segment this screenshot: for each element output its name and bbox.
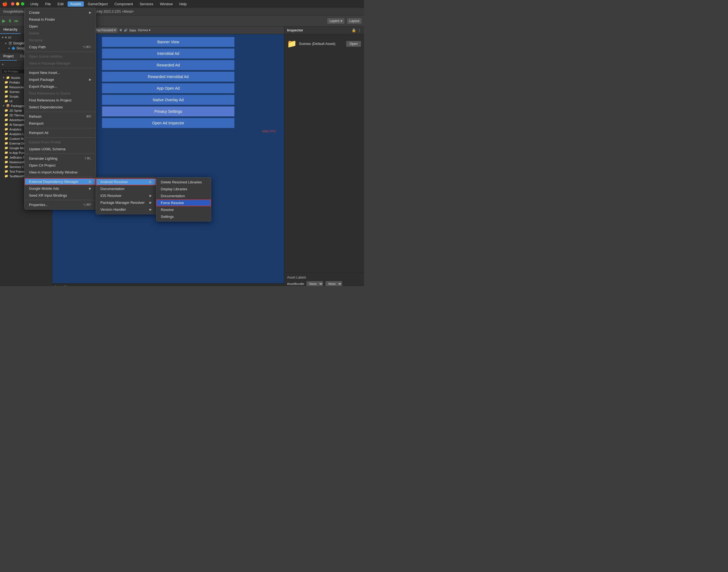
asset-bundle-dropdown[interactable]: None <box>306 281 323 286</box>
menu-window[interactable]: Window <box>157 1 175 7</box>
pause-button[interactable]: ⏸ <box>8 18 12 23</box>
bottom-bar: Assets/Scenes <box>52 283 284 286</box>
menu-item-reimport-all[interactable]: Reimport All <box>24 129 96 136</box>
tab-hierarchy[interactable]: Hierarchy <box>0 26 21 34</box>
menu-item-google-mobile-ads[interactable]: Google Mobile Ads ▶ <box>24 185 96 192</box>
stats-button[interactable]: Stats <box>129 29 136 32</box>
scene-icon: 🎬 <box>8 42 12 45</box>
submenu-version-handler[interactable]: Version Handler ▶ <box>96 206 156 213</box>
sep5 <box>24 137 96 138</box>
maximize-button[interactable] <box>21 2 24 5</box>
menu-item-export-package[interactable]: Export Package... <box>24 83 96 90</box>
inspector-header: Inspector 🔒 ⋮ <box>284 26 364 34</box>
menu-assets[interactable]: Assets <box>68 1 84 7</box>
menu-item-refresh[interactable]: Refresh ⌘R <box>24 113 96 120</box>
open-ad-inspector-button[interactable]: Open Ad Inspector <box>102 118 234 128</box>
add-asset-icon[interactable]: + <box>2 62 4 66</box>
menu-item-view-import[interactable]: View in Import Activity Window <box>24 169 96 176</box>
close-button[interactable] <box>11 2 14 5</box>
submenu2-settings[interactable]: Settings <box>156 213 211 220</box>
layout-button[interactable]: Layout <box>347 18 362 24</box>
menu-item-open-csharp[interactable]: Open C# Project <box>24 162 96 169</box>
step-button[interactable]: ⏭ <box>14 18 19 23</box>
submenu-android-resolver[interactable]: Android Resolver ▶ Delete Resolved Libra… <box>96 178 156 185</box>
menu-item-update-uxml[interactable]: Update UXML Schema <box>24 146 96 152</box>
rewarded-ad-button[interactable]: Rewarded Ad <box>102 60 234 70</box>
menu-edit[interactable]: Edit <box>55 1 66 7</box>
right-panel: Inspector 🔒 ⋮ 📁 Scenes (Default Asset) O… <box>284 26 364 286</box>
menu-help[interactable]: Help <box>176 1 190 7</box>
rewarded-interstitial-button[interactable]: Rewarded Interstitial Ad <box>102 72 234 82</box>
folder-large-icon: 📁 <box>287 39 297 48</box>
gizmos-dropdown[interactable]: Gizmos ▾ <box>138 28 151 32</box>
filter-icon[interactable]: ▾ <box>5 35 7 40</box>
android-resolver-submenu[interactable]: Delete Resolved Libraries Display Librar… <box>156 177 211 221</box>
inspector-title: Inspector <box>287 28 303 32</box>
pkg-resolver-arrow: ▶ <box>149 201 152 204</box>
privacy-settings-button[interactable]: Privacy Settings <box>102 106 234 117</box>
menu-item-select-deps[interactable]: Select Dependencies <box>24 104 96 111</box>
menu-item-open[interactable]: Open <box>24 23 96 30</box>
audio-icon[interactable]: 🔊 <box>124 28 128 32</box>
import-package-arrow: ▶ <box>89 78 91 81</box>
play-focused-dropdown[interactable]: Play Focused ▾ <box>93 27 118 33</box>
minimize-button[interactable] <box>16 2 19 5</box>
all-filter-label[interactable]: All <box>8 36 11 39</box>
banner-view-button[interactable]: Banner View <box>102 37 234 47</box>
menu-item-find-refs-project[interactable]: Find References In Project <box>24 97 96 104</box>
lock-icon[interactable]: 🔒 <box>352 28 356 32</box>
sep7 <box>24 177 96 177</box>
inspector-scene-name: Scenes (Default Asset) <box>299 42 335 46</box>
menu-item-copy-path[interactable]: Copy Path ⌥⌘C <box>24 44 96 51</box>
menu-item-import-new[interactable]: Import New Asset... <box>24 69 96 76</box>
menu-item-ext-dep-manager[interactable]: External Dependency Manager ▶ Android Re… <box>24 178 96 185</box>
native-overlay-button[interactable]: Native Overlay Ad <box>102 95 234 105</box>
assets-path: Assets/Scenes <box>55 285 261 286</box>
menu-item-seed-xr[interactable]: Seed XR Input Bindings <box>24 192 96 199</box>
menu-gameobject[interactable]: GameObject <box>85 1 111 7</box>
more-icon[interactable]: ⋮ <box>358 28 361 32</box>
app-open-ad-button[interactable]: App Open Ad <box>102 83 234 93</box>
submenu-documentation[interactable]: Documentation <box>96 185 156 192</box>
submenu2-documentation[interactable]: Documentation <box>156 193 211 199</box>
submenu2-force-resolve[interactable]: Force Resolve <box>156 199 211 206</box>
version-handler-arrow: ▶ <box>149 208 152 211</box>
submenu2-resolve[interactable]: Resolve <box>156 206 211 213</box>
ios-resolver-arrow: ▶ <box>149 194 152 198</box>
menu-services[interactable]: Services <box>137 1 156 7</box>
asset-bundle-label: AssetBundle <box>287 282 304 285</box>
add-icon[interactable]: + <box>2 35 4 40</box>
menu-item-reveal[interactable]: Reveal in Finder <box>24 16 96 23</box>
asset-bundle-variant-dropdown[interactable]: None <box>325 281 342 286</box>
settings-icon[interactable]: ⚙ <box>120 28 122 32</box>
traffic-lights <box>11 2 24 5</box>
inspector-body: 📁 Scenes (Default Asset) Open <box>284 34 364 273</box>
submenu2-display-libs[interactable]: Display Libraries <box>156 186 211 193</box>
menu-file[interactable]: File <box>43 1 54 7</box>
menu-item-view-package-manager: View in Package Manager <box>24 60 96 67</box>
submenu-ios-resolver[interactable]: iOS Resolver ▶ <box>96 192 156 199</box>
menu-item-reimport[interactable]: Reimport <box>24 120 96 127</box>
menu-component[interactable]: Component <box>112 1 136 7</box>
submenu-pkg-manager-resolver[interactable]: Package Manager Resolver ▶ <box>96 199 156 206</box>
play-button[interactable]: ▶ <box>2 18 5 23</box>
open-scene-button[interactable]: Open <box>346 41 361 47</box>
assets-context-menu[interactable]: Create ▶ Reveal in Finder Open Delete Re… <box>24 8 96 210</box>
asset-labels-section: Asset Labels AssetBundle None None <box>284 273 364 286</box>
layers-dropdown[interactable]: Layers ▾ <box>327 18 345 24</box>
menu-item-properties[interactable]: Properties... ⌥⌘P <box>24 201 96 208</box>
zoom-slider[interactable] <box>263 286 280 286</box>
tab-project[interactable]: Project <box>0 53 17 61</box>
menu-item-generate-lighting[interactable]: Generate Lighting ⇧⌘L <box>24 155 96 162</box>
apple-icon[interactable]: 🍎 <box>2 1 8 7</box>
submenu2-delete-resolved[interactable]: Delete Resolved Libraries <box>156 179 211 186</box>
interstitial-ad-button[interactable]: Interstitial Ad <box>102 49 234 59</box>
menu-item-rename: Rename <box>24 37 96 44</box>
ext-dep-submenu[interactable]: Android Resolver ▶ Delete Resolved Libra… <box>96 177 156 214</box>
menu-item-create[interactable]: Create ▶ <box>24 9 96 16</box>
sep8 <box>24 200 96 200</box>
child-arrow: ▼ <box>8 47 10 50</box>
sep6 <box>24 154 96 154</box>
menu-item-import-package[interactable]: Import Package ▶ <box>24 76 96 83</box>
menu-unity[interactable]: Unity <box>27 1 42 7</box>
